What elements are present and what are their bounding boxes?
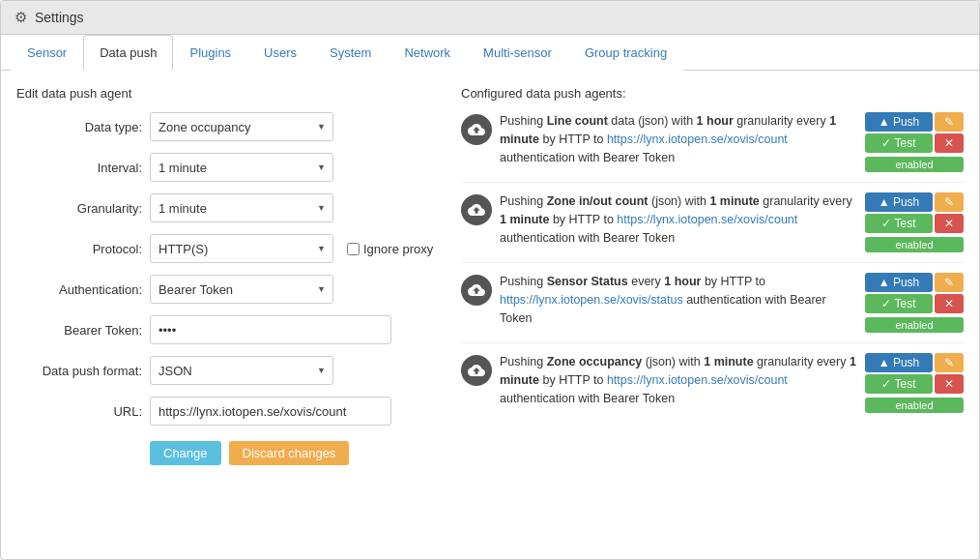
- data-type-select[interactable]: Zone occupancy Line count Zone in/out co…: [150, 112, 333, 141]
- agent-test-row-2: ✓ Test ✕: [865, 214, 964, 233]
- settings-window: ⚙ Settings Sensor Data push Plugins User…: [0, 0, 980, 560]
- agent-desc-4: Pushing Zone occupancy (json) with 1 min…: [500, 353, 857, 407]
- authentication-select[interactable]: Bearer Token Basic Auth None: [150, 275, 333, 304]
- data-push-format-label: Data push format:: [16, 364, 142, 378]
- url-label: URL:: [16, 404, 142, 419]
- tab-users[interactable]: Users: [247, 35, 313, 71]
- enabled-badge-3: enabled: [865, 317, 964, 333]
- agent-push-row-3: ▲ Push ✎: [865, 273, 964, 292]
- data-push-format-select[interactable]: JSON XML CSV: [150, 356, 333, 385]
- push-button-1[interactable]: ▲ Push: [865, 112, 933, 132]
- agent-row-3: Pushing Sensor Status every 1 hour by HT…: [461, 273, 964, 333]
- agent-push-row-2: ▲ Push ✎: [865, 192, 964, 212]
- granularity-row: Granularity: 1 minute 5 minutes 15 minut…: [16, 193, 442, 222]
- discard-button[interactable]: Discard changes: [229, 441, 350, 465]
- change-button[interactable]: Change: [150, 441, 221, 465]
- authentication-select-wrapper: Bearer Token Basic Auth None: [150, 275, 333, 304]
- data-type-row: Data type: Zone occupancy Line count Zon…: [16, 112, 442, 141]
- enabled-badge-4: enabled: [865, 398, 964, 413]
- tab-data-push[interactable]: Data push: [83, 35, 173, 71]
- tab-bar: Sensor Data push Plugins Users System Ne…: [1, 35, 979, 71]
- push-button-2[interactable]: ▲ Push: [865, 192, 933, 212]
- ignore-proxy-label[interactable]: Ignore proxy: [347, 242, 433, 256]
- window-title: Settings: [35, 10, 84, 25]
- agent-push-row-4: ▲ Push ✎: [865, 353, 964, 372]
- granularity-label: Granularity:: [16, 201, 142, 216]
- protocol-row: Protocol: HTTP(S) MQTT FTP Ignore proxy: [16, 234, 442, 263]
- cloud-upload-icon-1: [461, 114, 492, 145]
- agent-desc-3: Pushing Sensor Status every 1 hour by HT…: [500, 273, 857, 327]
- enabled-badge-2: enabled: [865, 237, 964, 252]
- right-panel: Configured data push agents: Pushing Lin…: [461, 86, 964, 465]
- tab-multi-sensor[interactable]: Multi-sensor: [467, 35, 568, 71]
- cloud-upload-icon-3: [461, 275, 492, 306]
- tab-sensor[interactable]: Sensor: [11, 35, 83, 71]
- agent-desc-1: Pushing Line count data (json) with 1 ho…: [500, 112, 857, 166]
- bearer-token-row: Bearer Token:: [16, 315, 442, 344]
- agent-desc-2: Pushing Zone in/out count (json) with 1 …: [500, 192, 857, 247]
- push-button-3[interactable]: ▲ Push: [865, 273, 933, 292]
- granularity-select-wrapper: 1 minute 5 minutes 15 minutes 1 hour: [150, 193, 333, 222]
- agent-row-2: Pushing Zone in/out count (json) with 1 …: [461, 192, 964, 252]
- test-button-4[interactable]: ✓ Test: [865, 374, 933, 394]
- gear-icon: ⚙: [14, 9, 27, 26]
- ignore-proxy-text: Ignore proxy: [363, 242, 433, 256]
- tab-group-tracking[interactable]: Group tracking: [568, 35, 683, 71]
- agent-test-row-1: ✓ Test ✕: [865, 133, 964, 153]
- bearer-token-input[interactable]: [150, 315, 391, 344]
- title-bar: ⚙ Settings: [1, 1, 979, 35]
- edit-button-3[interactable]: ✎: [935, 273, 964, 292]
- granularity-select[interactable]: 1 minute 5 minutes 15 minutes 1 hour: [150, 193, 333, 222]
- edit-button-2[interactable]: ✎: [935, 192, 964, 212]
- edit-button-4[interactable]: ✎: [935, 353, 964, 372]
- tab-network[interactable]: Network: [388, 35, 467, 71]
- form-buttons: Change Discard changes: [16, 441, 442, 465]
- url-input[interactable]: [150, 397, 391, 426]
- left-panel: Edit data push agent Data type: Zone occ…: [16, 86, 442, 465]
- agent-item-2: Pushing Zone in/out count (json) with 1 …: [461, 192, 964, 263]
- protocol-select-wrapper: HTTP(S) MQTT FTP: [150, 234, 333, 263]
- content-area: Edit data push agent Data type: Zone occ…: [1, 71, 979, 481]
- authentication-row: Authentication: Bearer Token Basic Auth …: [16, 275, 442, 304]
- agent-push-row-1: ▲ Push ✎: [865, 112, 964, 132]
- test-button-3[interactable]: ✓ Test: [865, 294, 933, 313]
- agent-actions-1: ▲ Push ✎ ✓ Test ✕ enabled: [865, 112, 964, 172]
- enabled-badge-1: enabled: [865, 157, 964, 172]
- delete-button-3[interactable]: ✕: [935, 294, 964, 313]
- agent-item-3: Pushing Sensor Status every 1 hour by HT…: [461, 273, 964, 343]
- interval-select-wrapper: 1 minute 5 minutes 15 minutes 1 hour: [150, 153, 333, 182]
- test-button-2[interactable]: ✓ Test: [865, 214, 933, 233]
- edit-button-1[interactable]: ✎: [935, 112, 964, 132]
- agent-actions-3: ▲ Push ✎ ✓ Test ✕ enabled: [865, 273, 964, 333]
- protocol-controls: HTTP(S) MQTT FTP Ignore proxy: [150, 234, 433, 263]
- agents-list: Pushing Line count data (json) with 1 ho…: [461, 112, 964, 423]
- cloud-upload-icon-2: [461, 194, 492, 225]
- authentication-label: Authentication:: [16, 282, 142, 297]
- ignore-proxy-checkbox[interactable]: [347, 243, 360, 255]
- cloud-upload-icon-4: [461, 355, 492, 386]
- agent-test-row-4: ✓ Test ✕: [865, 374, 964, 394]
- bearer-token-label: Bearer Token:: [16, 323, 142, 338]
- agent-item-1: Pushing Line count data (json) with 1 ho…: [461, 112, 964, 183]
- protocol-select[interactable]: HTTP(S) MQTT FTP: [150, 234, 333, 263]
- agent-actions-4: ▲ Push ✎ ✓ Test ✕ enabled: [865, 353, 964, 413]
- agents-section-title: Configured data push agents:: [461, 86, 964, 101]
- test-button-1[interactable]: ✓ Test: [865, 133, 933, 153]
- data-type-label: Data type:: [16, 120, 142, 134]
- tab-system[interactable]: System: [313, 35, 388, 71]
- url-row: URL:: [16, 397, 442, 426]
- agent-item-4: Pushing Zone occupancy (json) with 1 min…: [461, 353, 964, 423]
- interval-row: Interval: 1 minute 5 minutes 15 minutes …: [16, 153, 442, 182]
- data-push-format-select-wrapper: JSON XML CSV: [150, 356, 333, 385]
- push-button-4[interactable]: ▲ Push: [865, 353, 933, 372]
- tab-plugins[interactable]: Plugins: [173, 35, 247, 71]
- delete-button-1[interactable]: ✕: [935, 133, 964, 153]
- data-push-format-row: Data push format: JSON XML CSV: [16, 356, 442, 385]
- form-section-title: Edit data push agent: [16, 86, 442, 101]
- agent-actions-2: ▲ Push ✎ ✓ Test ✕ enabled: [865, 192, 964, 252]
- interval-select[interactable]: 1 minute 5 minutes 15 minutes 1 hour: [150, 153, 333, 182]
- interval-label: Interval:: [16, 161, 142, 175]
- delete-button-2[interactable]: ✕: [935, 214, 964, 233]
- agent-row-4: Pushing Zone occupancy (json) with 1 min…: [461, 353, 964, 413]
- delete-button-4[interactable]: ✕: [935, 374, 964, 394]
